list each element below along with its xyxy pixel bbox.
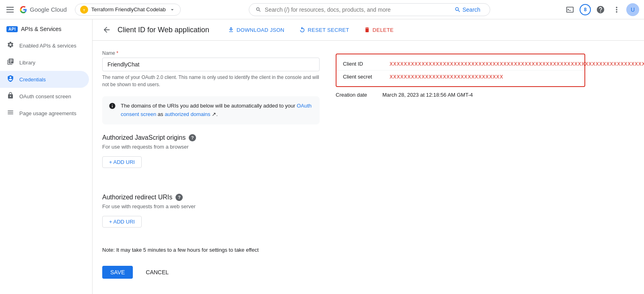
cancel-button[interactable]: CANCEL bbox=[139, 266, 175, 279]
header-actions: DOWNLOAD JSON RESET SECRET DELETE bbox=[222, 24, 399, 35]
section-divider-1 bbox=[102, 168, 320, 181]
google-cloud-text: Google Cloud bbox=[30, 6, 67, 13]
page-header: Client ID for Web application DOWNLOAD J… bbox=[93, 19, 644, 41]
google-logo-icon bbox=[19, 6, 27, 14]
notification-count: 8 bbox=[584, 7, 587, 12]
app-layout: API APIs & Services Enabled APIs & servi… bbox=[0, 19, 644, 294]
download-json-label: DOWNLOAD JSON bbox=[237, 27, 285, 33]
search-icon-btn bbox=[454, 6, 461, 13]
project-icon: T bbox=[80, 6, 88, 14]
sidebar-label-credentials: Credentials bbox=[19, 77, 46, 83]
api-badge: API bbox=[6, 26, 18, 32]
search-input[interactable] bbox=[265, 6, 448, 13]
redirect-uris-help-icon[interactable]: ? bbox=[175, 194, 183, 201]
download-icon bbox=[228, 27, 234, 33]
enabled-apis-icon bbox=[6, 41, 14, 50]
creation-date-label: Creation date bbox=[336, 92, 376, 98]
client-id-value: XXXXXXXXXXXXXXXXXXXXXXXXXXXXXXXXXXXXXXXX… bbox=[390, 61, 644, 67]
name-label: Name * bbox=[102, 50, 320, 56]
search-button-label: Search bbox=[462, 6, 480, 13]
search-button[interactable]: Search bbox=[451, 6, 483, 13]
top-nav-left: Google Cloud T Terraform FriendlyChat Co… bbox=[5, 4, 181, 16]
section-divider-2 bbox=[102, 228, 320, 240]
info-section: Client ID XXXXXXXXXXXXXXXXXXXXXXXXXXXXXX… bbox=[336, 50, 585, 282]
project-selector[interactable]: T Terraform FriendlyChat Codelab bbox=[75, 4, 181, 16]
sidebar-title: APIs & Services bbox=[21, 26, 61, 32]
sidebar-item-oauth-consent[interactable]: OAuth consent screen bbox=[0, 88, 89, 105]
client-info-table: Client ID XXXXXXXXXXXXXXXXXXXXXXXXXXXXXX… bbox=[336, 54, 585, 87]
project-name: Terraform FriendlyChat Codelab bbox=[91, 6, 166, 12]
oauth-consent-icon bbox=[6, 92, 14, 101]
delete-label: DELETE bbox=[373, 27, 394, 33]
name-hint: The name of your OAuth 2.0 client. This … bbox=[102, 74, 320, 88]
add-uri-redirect-button[interactable]: + ADD URI bbox=[102, 216, 142, 228]
sidebar-item-page-usage[interactable]: Page usage agreements bbox=[0, 105, 89, 122]
avatar[interactable]: U bbox=[626, 3, 639, 16]
page-title: Client ID for Web application bbox=[118, 26, 209, 34]
footer-actions: SAVE CANCEL bbox=[102, 259, 320, 282]
sidebar-label-library: Library bbox=[19, 60, 35, 66]
chevron-down-icon bbox=[169, 6, 175, 13]
help-button[interactable] bbox=[594, 3, 607, 16]
delete-button[interactable]: DELETE bbox=[358, 24, 399, 35]
google-cloud-logo: Google Cloud bbox=[19, 6, 67, 14]
sidebar: API APIs & Services Enabled APIs & servi… bbox=[0, 19, 93, 294]
client-secret-row: Client secret XXXXXXXXXXXXXXXXXXXXXXXXXX… bbox=[336, 70, 584, 83]
credentials-icon bbox=[6, 75, 14, 84]
reset-secret-label: RESET SECRET bbox=[308, 27, 349, 33]
sidebar-label-enabled-apis: Enabled APIs & services bbox=[19, 43, 76, 49]
js-origins-subtitle: For use with requests from a browser bbox=[102, 144, 320, 150]
notifications-button[interactable]: 8 bbox=[580, 4, 591, 15]
hamburger-button[interactable] bbox=[5, 5, 14, 14]
info-icon bbox=[109, 102, 116, 119]
terminal-button[interactable] bbox=[564, 3, 576, 16]
client-id-label: Client ID bbox=[343, 61, 383, 67]
info-box: The domains of the URIs you add below wi… bbox=[102, 96, 320, 124]
sidebar-item-enabled-apis[interactable]: Enabled APIs & services bbox=[0, 37, 89, 54]
more-options-button[interactable] bbox=[610, 3, 623, 16]
client-id-row: Client ID XXXXXXXXXXXXXXXXXXXXXXXXXXXXXX… bbox=[336, 58, 584, 70]
sidebar-header: API APIs & Services bbox=[0, 23, 92, 37]
add-uri-js-origins-button[interactable]: + ADD URI bbox=[102, 156, 142, 168]
reset-secret-button[interactable]: RESET SECRET bbox=[293, 24, 355, 35]
js-origins-heading: Authorized JavaScript origins ? bbox=[102, 134, 320, 141]
delete-icon bbox=[364, 27, 370, 33]
client-secret-label: Client secret bbox=[343, 74, 383, 80]
form-section: Name * The name of your OAuth 2.0 client… bbox=[102, 50, 320, 282]
svg-text:T: T bbox=[83, 8, 85, 12]
redirect-uris-heading: Authorized redirect URIs ? bbox=[102, 194, 320, 201]
search-icon-bar bbox=[256, 6, 261, 13]
creation-date-value: March 28, 2023 at 12:18:56 AM GMT-4 bbox=[382, 92, 473, 98]
library-icon bbox=[6, 58, 14, 67]
back-arrow-icon bbox=[102, 25, 111, 34]
reset-icon bbox=[299, 27, 305, 33]
js-origins-help-icon[interactable]: ? bbox=[189, 134, 196, 141]
client-info-panel: Client ID XXXXXXXXXXXXXXXXXXXXXXXXXXXXXX… bbox=[336, 54, 585, 101]
footer-note: Note: It may take 5 minutes to a few hou… bbox=[102, 247, 320, 253]
redirect-uris-subtitle: For use with requests from a web server bbox=[102, 203, 320, 209]
creation-date-row: Creation date March 28, 2023 at 12:18:56… bbox=[336, 89, 585, 101]
name-field-group: Name * The name of your OAuth 2.0 client… bbox=[102, 50, 320, 88]
client-secret-value: XXXXXXXXXXXXXXXXXXXXXXXXXXXXXXXX bbox=[390, 74, 503, 80]
page-body: Name * The name of your OAuth 2.0 client… bbox=[93, 41, 644, 292]
authorized-domains-link[interactable]: authorized domains bbox=[165, 111, 210, 117]
info-text-end: ↗ bbox=[211, 111, 217, 117]
name-required-marker: * bbox=[116, 50, 118, 56]
download-json-button[interactable]: DOWNLOAD JSON bbox=[222, 24, 290, 35]
top-nav: Google Cloud T Terraform FriendlyChat Co… bbox=[0, 0, 644, 19]
save-button[interactable]: SAVE bbox=[102, 266, 133, 279]
sidebar-item-credentials[interactable]: Credentials bbox=[0, 71, 89, 88]
back-button[interactable] bbox=[102, 25, 111, 34]
search-bar: Search bbox=[249, 3, 490, 16]
name-input[interactable] bbox=[102, 58, 320, 71]
sidebar-label-oauth-consent: OAuth consent screen bbox=[19, 93, 71, 99]
main-content: Client ID for Web application DOWNLOAD J… bbox=[93, 19, 644, 294]
sidebar-label-page-usage: Page usage agreements bbox=[19, 110, 76, 116]
top-nav-right: 8 U bbox=[564, 3, 639, 16]
info-text: The domains of the URIs you add below wi… bbox=[121, 102, 313, 119]
sidebar-item-library[interactable]: Library bbox=[0, 54, 89, 71]
page-usage-icon bbox=[6, 109, 14, 118]
